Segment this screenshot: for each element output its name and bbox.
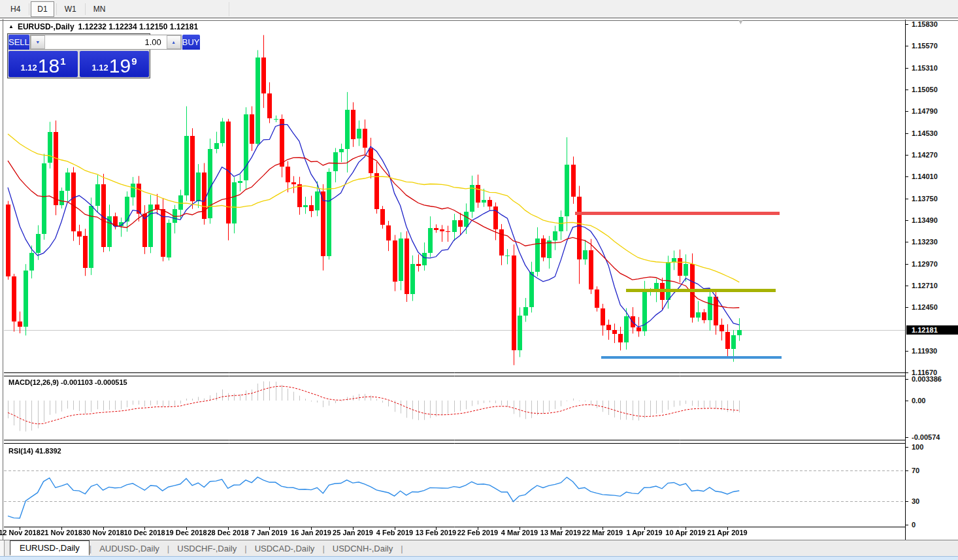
date-axis-label: 21 Nov 2018 — [39, 529, 84, 536]
price-chart-canvas[interactable] — [4, 20, 905, 540]
buy-price-box[interactable]: 1.12 19 9 — [80, 51, 149, 77]
axis-label: 1.12970 — [912, 260, 938, 268]
symbol-tab-usdcnh[interactable]: USDCNH-,Daily — [325, 542, 401, 555]
axis-tick — [906, 372, 908, 373]
date-axis-label: 12 Nov 2018 — [0, 529, 42, 536]
axis-tick — [906, 447, 908, 448]
rsi-pane-label: RSI(14) 41.8392 — [8, 447, 61, 455]
axis-label: 1.13750 — [912, 195, 938, 203]
symbol-tab-usdchf[interactable]: USDCHF-,Daily — [169, 542, 244, 555]
status-strip — [0, 556, 958, 560]
date-axis-label: 22 Feb 2019 — [455, 529, 500, 536]
axis-tick — [906, 525, 908, 525]
axis-label: 1.15050 — [912, 86, 938, 93]
sell-button[interactable]: SELL — [8, 35, 29, 50]
tab-separator: | — [401, 544, 403, 553]
date-axis-label: 1 Apr 2019 — [622, 529, 667, 536]
tab-separator — [29, 3, 29, 15]
axis-tick — [906, 155, 908, 156]
axis-label: 1.11930 — [912, 347, 937, 355]
tab-separator — [85, 3, 86, 15]
volume-stepper: ▼ ▲ — [30, 35, 182, 50]
axis-tick — [906, 351, 908, 352]
volume-decrease-button[interactable]: ▼ — [31, 35, 45, 49]
axis-tick — [906, 46, 908, 46]
sell-price-pip: 1 — [60, 56, 65, 67]
volume-input[interactable] — [45, 35, 167, 49]
rsi-name: RSI(14) — [8, 447, 33, 455]
date-axis-label: 13 Feb 2019 — [414, 529, 458, 536]
axis-tick — [906, 111, 908, 112]
axis-label: 100 — [912, 443, 923, 451]
axis-label: 1.15830 — [912, 20, 938, 28]
symbol-tab-audusd[interactable]: AUDUSD-,Daily — [91, 542, 167, 555]
axis-tick — [906, 379, 908, 380]
axis-label: 1.13490 — [912, 216, 938, 224]
axis-label: 70 — [912, 467, 919, 474]
sell-price-box[interactable]: 1.12 18 1 — [8, 51, 78, 77]
chart-title: ▲ EURUSD-,Daily 1.12232 1.12234 1.12150 … — [8, 22, 198, 31]
axis-tick — [906, 68, 908, 69]
axis-label: 1.14790 — [912, 107, 938, 115]
axis-tick — [906, 242, 908, 242]
axis-tick — [906, 286, 908, 286]
axis-label: 0.003386 — [912, 375, 942, 383]
timeframe-tab-h4[interactable]: H4 — [4, 1, 27, 17]
chart-shift-marker-icon[interactable]: ▼ — [737, 18, 744, 25]
date-axis-label: 4 Feb 2019 — [372, 529, 417, 536]
volume-increase-button[interactable]: ▲ — [167, 35, 181, 49]
macd-name: MACD(12,26,9) — [8, 378, 59, 386]
sell-price-prefix: 1.12 — [20, 63, 37, 73]
date-axis-label: 10 Apr 2019 — [663, 529, 708, 536]
chart-ohlc-values: 1.12232 1.12234 1.12150 1.12181 — [78, 22, 199, 31]
symbol-tab-usdcad[interactable]: USDCAD-,Daily — [247, 542, 323, 555]
date-axis-label: 22 Mar 2019 — [580, 529, 625, 536]
date-axis-label: 25 Jan 2019 — [331, 529, 375, 536]
axis-tick — [906, 264, 908, 265]
date-axis-label: 7 Jan 2019 — [247, 529, 291, 536]
axis-label: 1.14530 — [912, 129, 938, 137]
tab-separator — [56, 3, 57, 15]
axis-tick — [906, 401, 908, 401]
timeframe-tab-d1[interactable]: D1 — [31, 1, 54, 17]
axis-tick — [906, 176, 908, 177]
current-price-badge: 1.12181 — [906, 325, 958, 335]
axis-tick — [906, 24, 908, 25]
rsi-value: 41.8392 — [35, 447, 61, 455]
axis-label: 1.12710 — [912, 282, 938, 289]
buy-button[interactable]: BUY — [182, 35, 200, 50]
date-axis-label: 30 Nov 2018 — [81, 529, 125, 536]
date-axis[interactable]: 12 Nov 201821 Nov 201830 Nov 201810 Dec … — [4, 528, 905, 540]
axis-label: 1.12450 — [912, 303, 938, 311]
collapse-triangle-icon[interactable]: ▲ — [8, 24, 14, 29]
macd-values: -0.001103 -0.000515 — [61, 378, 127, 386]
symbol-tab-eurusd[interactable]: EURUSD-,Daily — [10, 540, 90, 555]
axis-label: 1.15310 — [912, 64, 938, 72]
price-axis[interactable]: 1.158301.155701.153101.150501.147901.145… — [905, 20, 958, 540]
axis-tick — [906, 90, 908, 90]
date-axis-label: 10 Dec 2018 — [122, 529, 167, 536]
axis-tick — [906, 501, 908, 502]
date-axis-label: 21 Apr 2019 — [705, 529, 750, 536]
sell-price-big: 18 — [38, 57, 59, 76]
axis-label: 1.15570 — [912, 42, 938, 50]
chart-symbol-label: EURUSD-,Daily — [18, 22, 74, 31]
axis-label: 0.00 — [912, 397, 925, 404]
timeframe-tab-w1[interactable]: W1 — [58, 1, 83, 17]
window-border-left — [3, 19, 3, 556]
timeframe-tab-mn[interactable]: MN — [87, 1, 112, 17]
axis-label: -0.00574 — [912, 433, 940, 441]
date-axis-label: 16 Jan 2019 — [289, 529, 333, 536]
axis-tick — [906, 437, 908, 438]
axis-tick — [906, 133, 908, 134]
chart-tab-bar: EURUSD-,Daily|AUDUSD-,Daily|USDCHF-,Dail… — [0, 540, 958, 556]
axis-label: 30 — [912, 497, 919, 505]
toolbar-divider — [229, 2, 229, 16]
date-axis-label: 19 Dec 2018 — [164, 529, 208, 536]
axis-label: 1.13230 — [912, 238, 938, 246]
timeframe-toolbar: H4D1W1MN — [0, 0, 958, 18]
buy-price-big: 19 — [109, 57, 131, 76]
axis-tick — [906, 220, 908, 221]
tab-bar-edge — [0, 540, 5, 556]
window-border-top — [0, 20, 958, 21]
